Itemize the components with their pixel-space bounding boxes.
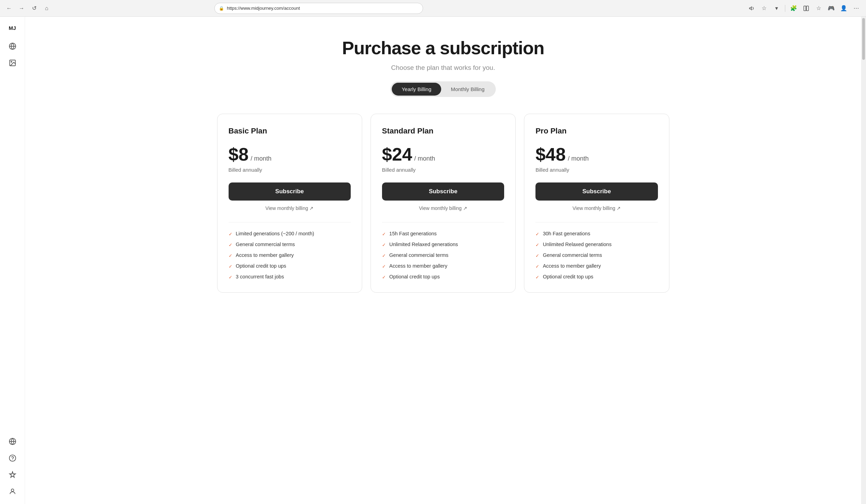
sidebar: MJ	[0, 17, 25, 504]
basic-plan-name: Basic Plan	[229, 127, 351, 136]
list-item: ✓ General commercial terms	[229, 242, 351, 247]
extensions-button[interactable]: 🧩	[788, 3, 799, 14]
check-icon: ✓	[382, 264, 386, 269]
list-item: ✓ Access to member gallery	[229, 252, 351, 258]
pro-feature-4: Access to member gallery	[543, 263, 601, 269]
refresh-button[interactable]: ↺	[29, 3, 39, 13]
basic-feature-3: Access to member gallery	[236, 252, 294, 258]
standard-feature-2: Unlimited Relaxed generations	[389, 242, 458, 247]
list-item: ✓ General commercial terms	[382, 252, 504, 258]
standard-feature-5: Optional credit top ups	[389, 274, 440, 279]
sidebar-item-help[interactable]	[6, 451, 19, 465]
list-item: ✓ Optional credit top ups	[535, 274, 658, 280]
monthly-billing-button[interactable]: Monthly Billing	[441, 83, 494, 96]
basic-billed-text: Billed annually	[229, 167, 351, 173]
list-item: ✓ Unlimited Relaxed generations	[535, 242, 658, 247]
profile-button[interactable]: 👤	[838, 3, 849, 14]
basic-price-period: / month	[251, 155, 271, 162]
standard-plan-price: $24 / month	[382, 145, 504, 163]
check-icon: ✓	[229, 253, 232, 258]
sidebar-item-explore[interactable]	[6, 39, 19, 53]
basic-plan-card: Basic Plan $8 / month Billed annually Su…	[217, 114, 362, 293]
standard-price-period: / month	[414, 155, 435, 162]
sidebar-item-community[interactable]	[6, 434, 19, 448]
basic-feature-2: General commercial terms	[236, 242, 295, 247]
billing-toggle: Yearly Billing Monthly Billing	[390, 81, 495, 97]
basic-features-divider	[229, 222, 351, 222]
basic-feature-5: 3 concurrent fast jobs	[236, 274, 284, 279]
list-item: ✓ Optional credit top ups	[229, 263, 351, 269]
check-icon: ✓	[535, 242, 539, 247]
check-icon: ✓	[382, 253, 386, 258]
svg-point-4	[11, 61, 12, 62]
check-icon: ✓	[229, 264, 232, 269]
pro-feature-3: General commercial terms	[543, 252, 602, 258]
standard-plan-card: Standard Plan $24 / month Billed annuall…	[371, 114, 516, 293]
pro-feature-5: Optional credit top ups	[543, 274, 593, 279]
standard-feature-4: Access to member gallery	[389, 263, 447, 269]
pro-feature-list: ✓ 30h Fast generations ✓ Unlimited Relax…	[535, 231, 658, 280]
sidebar-item-updates[interactable]	[6, 468, 19, 482]
pro-price-period: / month	[568, 155, 589, 162]
standard-subscribe-button[interactable]: Subscribe	[382, 182, 504, 201]
pro-feature-1: 30h Fast generations	[543, 231, 590, 236]
check-icon: ✓	[382, 242, 386, 247]
check-icon: ✓	[382, 231, 386, 237]
pro-plan-price: $48 / month	[535, 145, 658, 163]
standard-view-monthly-link[interactable]: View monthly billing ↗	[382, 205, 504, 211]
basic-plan-price: $8 / month	[229, 145, 351, 163]
standard-price-amount: $24	[382, 145, 412, 163]
scrollbar[interactable]	[861, 17, 866, 504]
list-item: ✓ Access to member gallery	[382, 263, 504, 269]
basic-view-monthly-link[interactable]: View monthly billing ↗	[229, 205, 351, 211]
list-item: ✓ Limited generations (~200 / month)	[229, 231, 351, 237]
list-item: ✓ 15h Fast generations	[382, 231, 504, 237]
pro-plan-name: Pro Plan	[535, 127, 658, 136]
reading-list-button[interactable]: ☆	[813, 3, 824, 14]
standard-feature-3: General commercial terms	[389, 252, 448, 258]
list-item: ✓ General commercial terms	[535, 252, 658, 258]
check-icon: ✓	[535, 275, 539, 280]
basic-feature-4: Optional credit top ups	[236, 263, 286, 269]
list-item: ✓ 30h Fast generations	[535, 231, 658, 237]
scrollbar-thumb[interactable]	[862, 18, 865, 60]
yearly-billing-button[interactable]: Yearly Billing	[392, 83, 441, 96]
page-wrapper: MJ Purchase a subscription Choose the pl…	[0, 17, 866, 504]
check-icon: ✓	[229, 242, 232, 247]
browser-chrome: ← → ↺ ⌂ 🔒 https://www.midjourney.com/acc…	[0, 0, 866, 17]
pro-subscribe-button[interactable]: Subscribe	[535, 182, 658, 201]
star-button[interactable]: ☆	[758, 3, 770, 14]
list-item: ✓ Optional credit top ups	[382, 274, 504, 280]
check-icon: ✓	[229, 231, 232, 237]
svg-rect-1	[807, 6, 809, 11]
forward-button[interactable]: →	[17, 3, 26, 13]
page-title: Purchase a subscription	[342, 38, 544, 58]
list-item: ✓ Unlimited Relaxed generations	[382, 242, 504, 247]
check-icon: ✓	[535, 253, 539, 258]
home-button[interactable]: ⌂	[42, 3, 51, 13]
wallet-button[interactable]: 🎮	[826, 3, 837, 14]
url-text: https://www.midjourney.com/account	[227, 6, 300, 11]
standard-feature-list: ✓ 15h Fast generations ✓ Unlimited Relax…	[382, 231, 504, 280]
read-aloud-button[interactable]	[746, 3, 757, 14]
sidebar-item-gallery[interactable]	[6, 56, 19, 70]
more-button[interactable]: ⋯	[851, 3, 862, 14]
dropdown-button[interactable]: ▾	[771, 3, 782, 14]
list-item: ✓ 3 concurrent fast jobs	[229, 274, 351, 280]
svg-rect-0	[804, 6, 806, 11]
split-view-button[interactable]	[801, 3, 812, 14]
address-bar[interactable]: 🔒 https://www.midjourney.com/account	[214, 3, 423, 14]
back-button[interactable]: ←	[4, 3, 14, 13]
basic-feature-1: Limited generations (~200 / month)	[236, 231, 314, 236]
pro-price-amount: $48	[535, 145, 566, 163]
pro-view-monthly-link[interactable]: View monthly billing ↗	[535, 205, 658, 211]
basic-subscribe-button[interactable]: Subscribe	[229, 182, 351, 201]
sidebar-item-profile[interactable]	[6, 485, 19, 498]
pro-feature-2: Unlimited Relaxed generations	[543, 242, 611, 247]
basic-feature-list: ✓ Limited generations (~200 / month) ✓ G…	[229, 231, 351, 280]
standard-plan-name: Standard Plan	[382, 127, 504, 136]
sidebar-logo: MJ	[6, 22, 19, 34]
check-icon: ✓	[535, 231, 539, 237]
basic-price-amount: $8	[229, 145, 249, 163]
separator-1	[785, 5, 785, 12]
